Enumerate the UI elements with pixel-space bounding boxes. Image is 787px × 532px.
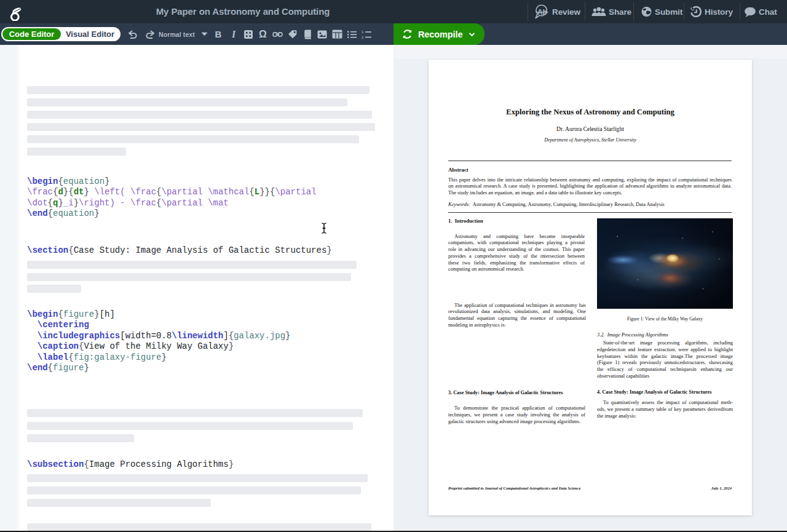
svg-text:2: 2 [362,35,364,38]
svg-text:1: 1 [362,30,364,34]
